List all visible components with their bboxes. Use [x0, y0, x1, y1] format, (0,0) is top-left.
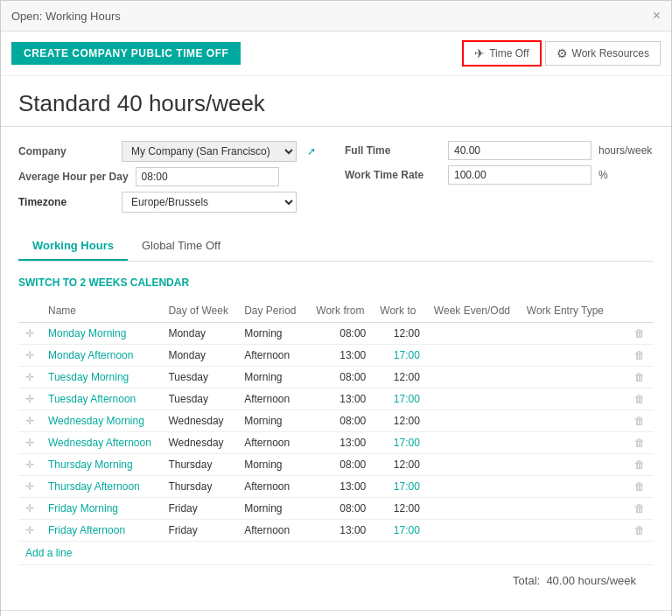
row-dow: Wednesday	[161, 410, 237, 432]
tab-working-hours[interactable]: Working Hours	[18, 232, 128, 261]
row-name[interactable]: Monday Afternoon	[41, 345, 161, 367]
row-from: 13:00	[309, 388, 373, 410]
trash-icon: 🗑	[634, 458, 645, 471]
trash-icon: 🗑	[634, 371, 645, 383]
full-time-row: Full Time hours/week	[345, 141, 654, 160]
delete-row-button[interactable]: 🗑	[627, 520, 654, 542]
footer: SAVE DISCARD	[1, 610, 671, 616]
col-del-header	[627, 299, 654, 323]
drag-icon: ✛	[25, 393, 34, 405]
row-name[interactable]: Monday Morning	[41, 323, 161, 345]
col-handle-header	[18, 299, 41, 323]
delete-row-button[interactable]: 🗑	[627, 367, 654, 388]
drag-handle[interactable]: ✛	[18, 410, 41, 432]
drag-handle[interactable]: ✛	[18, 345, 41, 367]
delete-row-button[interactable]: 🗑	[627, 323, 654, 345]
tab-global-time-off[interactable]: Global Time Off	[128, 232, 234, 261]
delete-row-button[interactable]: 🗑	[627, 432, 654, 454]
row-wet	[520, 388, 627, 410]
drag-handle[interactable]: ✛	[18, 498, 41, 520]
switch-calendar-link[interactable]: SWITCH TO 2 WEEKS CALENDAR	[18, 276, 189, 289]
delete-row-button[interactable]: 🗑	[627, 498, 654, 520]
time-off-label: Time Off	[489, 47, 528, 60]
avg-hour-input[interactable]	[136, 167, 279, 186]
drag-icon: ✛	[25, 437, 34, 449]
dialog: Open: Working Hours × CREATE COMPANY PUB…	[0, 0, 672, 616]
full-time-input[interactable]	[448, 141, 592, 160]
table-row: ✛ Wednesday Afternoon Wednesday Afternoo…	[18, 432, 654, 454]
drag-icon: ✛	[25, 458, 34, 471]
create-company-public-time-off-button[interactable]: CREATE COMPANY PUBLIC TIME OFF	[11, 42, 241, 65]
gear-icon: ⚙	[556, 46, 568, 60]
row-dp: Morning	[237, 454, 309, 476]
company-select[interactable]: My Company (San Francisco)	[122, 141, 297, 162]
row-name[interactable]: Wednesday Morning	[41, 410, 161, 432]
timezone-select[interactable]: Europe/Brussels	[122, 192, 297, 213]
drag-handle[interactable]: ✛	[18, 367, 41, 388]
col-from-header: Work from	[309, 299, 373, 323]
row-name[interactable]: Thursday Morning	[41, 454, 161, 476]
row-name[interactable]: Wednesday Afternoon	[41, 432, 161, 454]
row-wet	[520, 498, 627, 520]
plane-icon: ✈	[474, 46, 485, 60]
row-name[interactable]: Friday Morning	[41, 498, 161, 520]
delete-row-button[interactable]: 🗑	[627, 345, 654, 367]
trash-icon: 🗑	[634, 480, 645, 493]
trash-icon: 🗑	[634, 327, 645, 340]
row-from: 13:00	[309, 520, 373, 542]
row-week	[427, 367, 520, 388]
trash-icon: 🗑	[634, 393, 645, 405]
drag-handle[interactable]: ✛	[18, 432, 41, 454]
delete-row-button[interactable]: 🗑	[627, 410, 654, 432]
close-button[interactable]: ×	[653, 8, 661, 24]
row-dp: Afternoon	[237, 432, 309, 454]
drag-handle[interactable]: ✛	[18, 323, 41, 345]
form-left: Company My Company (San Francisco) ➚ Ave…	[18, 141, 327, 218]
work-resources-button[interactable]: ⚙ Work Resources	[545, 41, 661, 66]
row-dow: Friday	[161, 498, 237, 520]
col-week-header: Week Even/Odd	[427, 299, 520, 323]
drag-handle[interactable]: ✛	[18, 476, 41, 498]
drag-icon: ✛	[25, 415, 34, 427]
row-wet	[520, 323, 627, 345]
row-dp: Afternoon	[237, 345, 309, 367]
work-resources-label: Work Resources	[572, 47, 649, 60]
row-name[interactable]: Tuesday Morning	[41, 367, 161, 388]
work-time-rate-input[interactable]	[448, 165, 592, 185]
external-link-icon[interactable]: ➚	[307, 145, 316, 158]
row-dp: Morning	[237, 367, 309, 388]
row-dp: Afternoon	[237, 388, 309, 410]
company-label: Company	[18, 145, 115, 158]
row-name[interactable]: Friday Afternoon	[41, 520, 161, 542]
row-dp: Morning	[237, 323, 309, 345]
total-label: Total:	[513, 574, 540, 587]
row-name[interactable]: Tuesday Afternoon	[41, 388, 161, 410]
full-time-label: Full Time	[345, 144, 441, 157]
tab-content: SWITCH TO 2 WEEKS CALENDAR Name Day of W…	[1, 262, 671, 610]
delete-row-button[interactable]: 🗑	[627, 454, 654, 476]
drag-handle[interactable]: ✛	[18, 388, 41, 410]
row-week	[427, 476, 520, 498]
row-from: 13:00	[309, 432, 373, 454]
work-time-rate-label: Work Time Rate	[345, 169, 441, 181]
time-off-button[interactable]: ✈ Time Off	[462, 40, 541, 66]
delete-row-button[interactable]: 🗑	[627, 476, 654, 498]
drag-handle[interactable]: ✛	[18, 520, 41, 542]
add-line-link[interactable]: Add a line	[18, 542, 79, 564]
top-actions: ✈ Time Off ⚙ Work Resources	[462, 40, 661, 66]
row-from: 13:00	[309, 476, 373, 498]
drag-handle[interactable]: ✛	[18, 454, 41, 476]
row-to: 12:00	[373, 323, 427, 345]
row-dow: Tuesday	[161, 388, 237, 410]
row-to: 17:00	[373, 432, 427, 454]
row-from: 13:00	[309, 345, 373, 367]
row-week	[427, 432, 520, 454]
table-row: ✛ Friday Afternoon Friday Afternoon 13:0…	[18, 520, 654, 542]
full-time-unit: hours/week	[598, 144, 652, 157]
delete-row-button[interactable]: 🗑	[627, 388, 654, 410]
drag-icon: ✛	[25, 349, 34, 361]
row-name[interactable]: Thursday Afternoon	[41, 476, 161, 498]
table-row: ✛ Thursday Morning Thursday Morning 08:0…	[18, 454, 654, 476]
trash-icon: 🗑	[634, 415, 645, 427]
row-dow: Thursday	[161, 476, 237, 498]
